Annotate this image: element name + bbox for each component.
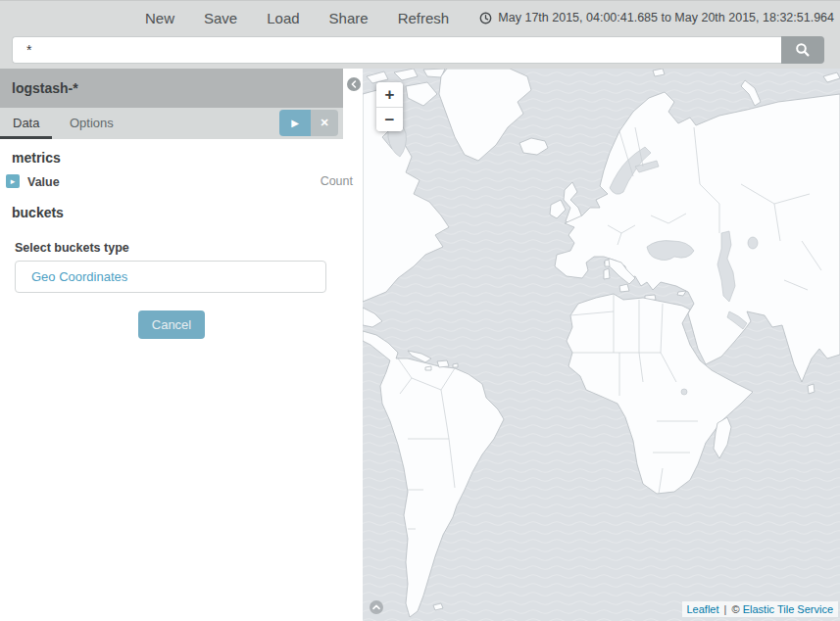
nav-refresh-button[interactable]: Refresh — [383, 10, 465, 26]
cancel-button[interactable]: Cancel — [138, 310, 205, 339]
search-icon — [795, 42, 811, 58]
leaflet-link[interactable]: Leaflet — [687, 603, 719, 615]
cancel-row: Cancel — [0, 310, 343, 339]
map-attribution: Leaflet | © Elastic Tile Service — [682, 601, 839, 617]
expand-arrow-icon[interactable]: ▸ — [6, 174, 20, 188]
sidebar-tabs: Data Options ▶ ✕ — [0, 108, 343, 139]
tile-map-pane[interactable]: + − Leaflet | © Elastic Tile Service — [363, 69, 840, 621]
copyright-symbol: © — [732, 603, 740, 615]
index-pattern-header: logstash-* — [0, 69, 343, 108]
nav-new-button[interactable]: New — [130, 10, 189, 26]
collapse-sidebar-button[interactable] — [347, 77, 361, 91]
spy-panel-toggle[interactable] — [370, 600, 383, 614]
select-buckets-type-label: Select buckets type — [15, 241, 363, 255]
buckets-heading: buckets — [12, 205, 363, 220]
clock-icon — [479, 12, 492, 24]
play-icon: ▶ — [291, 118, 299, 128]
bucket-type-list: Geo Coordinates — [15, 261, 326, 293]
apply-changes-button[interactable]: ▶ — [279, 110, 311, 136]
nav-share-button[interactable]: Share — [315, 10, 383, 26]
zoom-out-button[interactable]: − — [376, 107, 403, 131]
metrics-heading: metrics — [12, 150, 363, 166]
top-toolbar: New Save Load Share Refresh May 17th 201… — [0, 0, 840, 69]
tab-data[interactable]: Data — [0, 108, 52, 139]
elastic-tile-service-link[interactable]: Elastic Tile Service — [743, 603, 833, 615]
metric-label: Value — [27, 175, 60, 189]
world-map — [363, 69, 840, 621]
tab-options[interactable]: Options — [57, 108, 126, 139]
zoom-in-button[interactable]: + — [376, 82, 403, 107]
chevron-left-icon — [350, 80, 358, 88]
bucket-option-geo-coordinates[interactable]: Geo Coordinates — [16, 262, 325, 292]
time-range-label: May 17th 2015, 04:00:41.685 to May 20th … — [498, 11, 834, 24]
map-zoom-control: + − — [376, 82, 403, 131]
attribution-separator: | — [722, 603, 729, 615]
search-bar — [12, 36, 824, 64]
search-input[interactable] — [12, 36, 781, 64]
nav-save-button[interactable]: Save — [189, 10, 252, 26]
nav-load-button[interactable]: Load — [252, 10, 314, 26]
chevron-up-icon — [372, 603, 380, 611]
discard-changes-button[interactable]: ✕ — [311, 110, 338, 136]
vis-editor-sidebar: logstash-* Data Options ▶ ✕ metrics ▸ Va… — [0, 69, 363, 621]
close-icon: ✕ — [320, 117, 328, 128]
metric-row-value[interactable]: ▸ Value Count — [0, 168, 363, 194]
time-picker[interactable]: May 17th 2015, 04:00:41.685 to May 20th … — [479, 1, 834, 34]
search-button[interactable] — [781, 36, 824, 64]
kibana-visualize-screen: New Save Load Share Refresh May 17th 201… — [0, 0, 840, 621]
metric-agg-type: Count — [321, 168, 353, 194]
sidebar-actions: ▶ ✕ — [279, 110, 338, 136]
